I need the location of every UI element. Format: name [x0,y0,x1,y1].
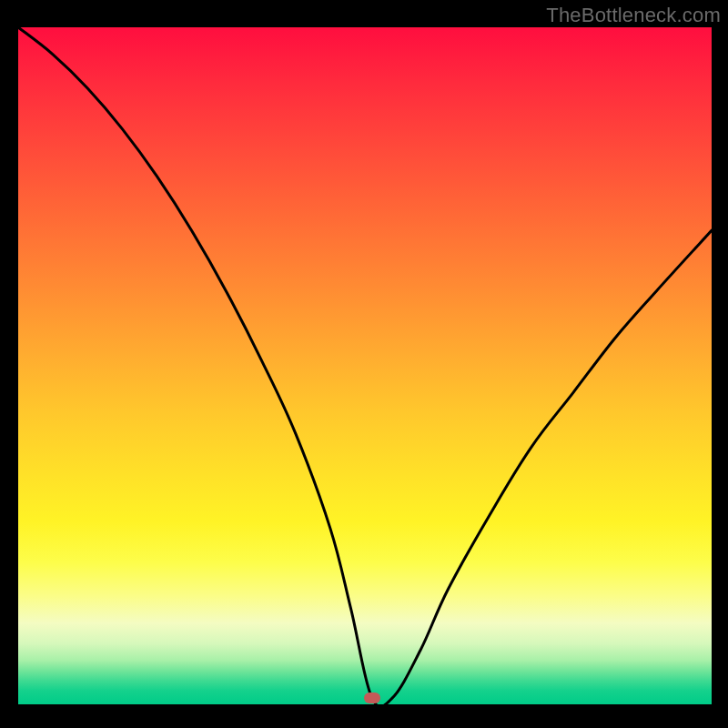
plot-area [18,27,712,704]
optimum-marker [364,693,380,703]
chart-frame: TheBottleneck.com [0,0,728,728]
watermark-text: TheBottleneck.com [546,4,721,27]
bottleneck-curve [18,27,712,704]
